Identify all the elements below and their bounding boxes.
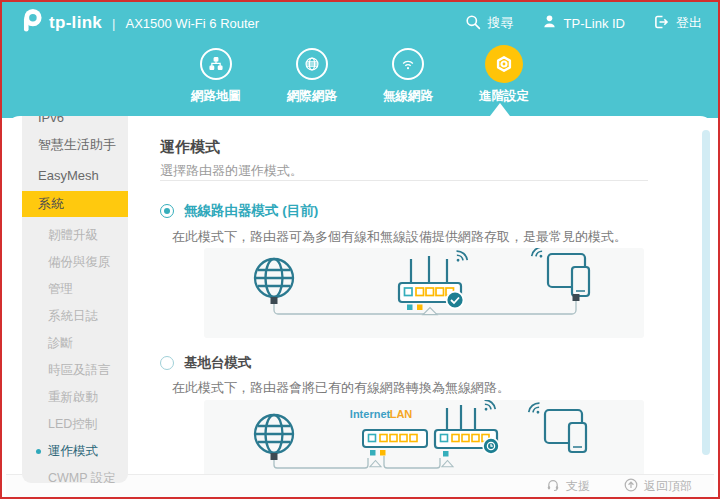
top-bar-actions: 搜尋 TP-Link ID 登出 bbox=[465, 14, 702, 33]
option-label: 無線路由器模式 (目前) bbox=[184, 202, 318, 220]
router-mode-diagram bbox=[204, 248, 644, 338]
sidebar-item-backup-restore[interactable]: 備份與復原 bbox=[22, 249, 128, 276]
tab-label: 網路地圖 bbox=[168, 88, 264, 105]
top-bar: tp-link | AX1500 Wi-Fi 6 Router 搜尋 bbox=[2, 2, 718, 44]
device-model-title: AX1500 Wi-Fi 6 Router bbox=[125, 16, 259, 31]
option-label: 基地台模式 bbox=[184, 354, 252, 372]
brand: tp-link | AX1500 Wi-Fi 6 Router bbox=[18, 8, 259, 38]
gear-icon bbox=[485, 45, 523, 83]
network-map-icon bbox=[200, 48, 232, 80]
internet-globe-icon bbox=[296, 48, 328, 80]
search-button[interactable]: 搜尋 bbox=[465, 14, 514, 33]
tab-advanced[interactable]: 進階設定 bbox=[456, 48, 552, 105]
sidebar-item-smart-life[interactable]: 智慧生活助手 bbox=[22, 129, 128, 160]
tab-wireless[interactable]: 無線網路 bbox=[360, 48, 456, 105]
logout-button[interactable]: 登出 bbox=[653, 14, 702, 33]
tab-label: 網際網路 bbox=[264, 88, 360, 105]
tp-link-logo-icon bbox=[18, 8, 43, 38]
support-link[interactable]: 支援 bbox=[546, 478, 590, 495]
content-card: IPv6 智慧生活助手 EasyMesh 系統 韌體升級 備份與復原 管理 系統… bbox=[6, 116, 714, 497]
arrow-up-circle-icon bbox=[624, 478, 638, 495]
option-access-point-mode[interactable]: 基地台模式 bbox=[160, 354, 252, 372]
back-to-top-button[interactable]: 返回頂部 bbox=[624, 478, 692, 495]
sidebar-sub-list: 韌體升級 備份與復原 管理 系統日誌 診斷 時區及語言 重新啟動 LED控制 運… bbox=[22, 222, 128, 483]
tab-network-map[interactable]: 網路地圖 bbox=[168, 48, 264, 105]
sidebar-item-easymesh[interactable]: EasyMesh bbox=[22, 160, 128, 191]
main-content: 運作模式 選擇路由器的運作模式。 無線路由器模式 (目前) 在此模式下，路由器可… bbox=[160, 116, 648, 474]
tplink-id-label: TP-Link ID bbox=[564, 16, 625, 31]
sidebar-item-system-log[interactable]: 系統日誌 bbox=[22, 303, 128, 330]
radio-wireless-router-mode[interactable] bbox=[160, 204, 174, 218]
main-nav: 網路地圖 網際網路 無線網路 bbox=[2, 48, 718, 105]
sidebar-item-operation-mode[interactable]: 運作模式 bbox=[22, 438, 128, 465]
router-admin-page: tp-link | AX1500 Wi-Fi 6 Router 搜尋 bbox=[0, 0, 720, 499]
sidebar-item-administration[interactable]: 管理 bbox=[22, 276, 128, 303]
page-subtitle: 選擇路由器的運作模式。 bbox=[160, 162, 303, 180]
logout-label: 登出 bbox=[676, 14, 702, 32]
tplink-id-button[interactable]: TP-Link ID bbox=[542, 14, 625, 32]
option-description: 在此模式下，路由器可為多個有線和無線設備提供網路存取，是最常見的模式。 bbox=[172, 228, 627, 246]
sidebar-item-cwmp[interactable]: CWMP 設定 bbox=[22, 465, 128, 483]
sidebar-item-firmware-upgrade[interactable]: 韌體升級 bbox=[22, 222, 128, 249]
active-tab-pointer bbox=[490, 103, 510, 116]
sidebar-item-reboot[interactable]: 重新啟動 bbox=[22, 384, 128, 411]
active-item-dot bbox=[36, 449, 41, 454]
sidebar-item-label: 運作模式 bbox=[48, 443, 98, 460]
headset-icon bbox=[546, 478, 560, 495]
scrollbar-thumb[interactable] bbox=[702, 130, 710, 455]
page-title: 運作模式 bbox=[160, 138, 220, 157]
sidebar-item-diagnostics[interactable]: 診斷 bbox=[22, 330, 128, 357]
logout-icon bbox=[653, 14, 669, 33]
option-description: 在此模式下，路由器會將已有的有線網路轉換為無線網路。 bbox=[172, 379, 510, 397]
tab-internet[interactable]: 網際網路 bbox=[264, 48, 360, 105]
support-label: 支援 bbox=[566, 478, 590, 495]
brand-name: tp-link bbox=[49, 13, 102, 33]
option-wireless-router-mode[interactable]: 無線路由器模式 (目前) bbox=[160, 202, 318, 220]
lan-port-label: LAN bbox=[388, 408, 414, 420]
user-icon bbox=[542, 14, 557, 32]
divider bbox=[160, 180, 648, 181]
tab-label: 無線網路 bbox=[360, 88, 456, 105]
sidebar: IPv6 智慧生活助手 EasyMesh 系統 韌體升級 備份與復原 管理 系統… bbox=[22, 116, 128, 483]
search-icon bbox=[465, 14, 481, 33]
wireless-icon bbox=[392, 48, 424, 80]
back-to-top-label: 返回頂部 bbox=[644, 478, 692, 495]
sidebar-item-ipv6[interactable]: IPv6 bbox=[22, 116, 128, 129]
sidebar-item-system[interactable]: 系統 bbox=[22, 191, 128, 217]
router-mode-diagram-art bbox=[204, 248, 644, 338]
sidebar-item-led-control[interactable]: LED控制 bbox=[22, 411, 128, 438]
sidebar-item-time-language[interactable]: 時區及語言 bbox=[22, 357, 128, 384]
search-label: 搜尋 bbox=[488, 14, 514, 32]
brand-separator: | bbox=[112, 16, 115, 31]
radio-access-point-mode[interactable] bbox=[160, 356, 174, 370]
